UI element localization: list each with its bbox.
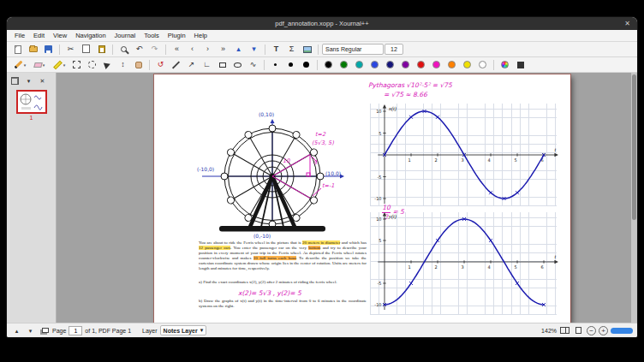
menu-item-help[interactable]: Help	[190, 32, 212, 39]
menu-item-tools[interactable]: Tools	[140, 32, 164, 39]
previous-page-button[interactable]: ‹	[185, 43, 200, 56]
vertical-scrollbar[interactable]	[631, 73, 637, 323]
rectangle-tool-button[interactable]	[215, 58, 230, 71]
single-page-view-button[interactable]	[573, 325, 584, 335]
color-button-red[interactable]	[414, 58, 428, 71]
text-tool-button[interactable]: T	[269, 43, 283, 56]
paste-button[interactable]	[94, 43, 109, 56]
thickness-fine-button[interactable]	[268, 58, 283, 71]
save-button[interactable]	[41, 43, 56, 56]
color-button-blue[interactable]	[367, 58, 382, 71]
dual-page-view-button[interactable]	[559, 325, 570, 335]
previous-annotated-page-button[interactable]: ▴	[231, 43, 246, 56]
color-button-black[interactable]	[321, 58, 336, 71]
select-object-tool-button[interactable]	[100, 58, 115, 71]
menu-item-view[interactable]: View	[49, 32, 71, 39]
toolbar-separator	[149, 60, 150, 70]
zoom-slider[interactable]	[611, 328, 633, 334]
menu-item-file[interactable]: File	[10, 32, 29, 39]
page-number-input[interactable]	[69, 326, 82, 335]
first-page-button[interactable]: «	[170, 43, 184, 56]
color-picker-button[interactable]	[498, 58, 512, 71]
color-swatch-white-icon	[479, 61, 486, 68]
axis-label-10-0: (10,0)	[325, 170, 341, 176]
ruler-tool-button[interactable]	[169, 58, 183, 71]
thickness-thick-button[interactable]	[299, 58, 313, 71]
canvas[interactable]: (0,10) (-10,0) (10,0) (0,-10) t=2 (5√3, …	[57, 73, 637, 323]
toolbar-separator	[264, 60, 265, 70]
arrow-shape-icon: ↗	[188, 61, 195, 68]
toolbar-main: ✂ ↶ ↷ « ‹ › » ▴ ▾ T Σ Sans Regular 12	[7, 42, 637, 57]
svg-text:3: 3	[461, 264, 463, 270]
scroll-down-button[interactable]: ▾	[25, 325, 36, 335]
tex-tool-button[interactable]: Σ	[284, 43, 299, 56]
new-file-button[interactable]	[10, 43, 25, 56]
color-button-navy[interactable]	[383, 58, 397, 71]
font-name-select[interactable]: Sans Regular	[322, 44, 384, 55]
fill-toggle-button[interactable]	[513, 58, 528, 71]
sidebar-collapse-button[interactable]: ▾	[23, 75, 34, 86]
sidebar-close-button[interactable]: ✕	[37, 75, 48, 86]
graph-x-of-t: 123456105-5-10x(t)t	[370, 104, 557, 206]
zoom-out-button[interactable]: −	[587, 326, 596, 335]
search-icon	[121, 46, 127, 52]
pdf-page[interactable]: (0,10) (-10,0) (10,0) (0,-10) t=2 (5√3, …	[154, 74, 570, 323]
eraser-icon	[33, 62, 43, 68]
svg-text:t: t	[554, 146, 556, 152]
arrow-tool-button[interactable]: ↗	[184, 58, 199, 71]
scroll-up-button[interactable]: ▴	[11, 325, 22, 335]
undo-button[interactable]: ↶	[132, 43, 146, 56]
cut-button[interactable]: ✂	[63, 43, 78, 56]
color-button-purple[interactable]	[398, 58, 413, 71]
page-info: of 1, PDF Page 1	[85, 328, 131, 334]
hand-tool-button[interactable]	[131, 58, 146, 71]
color-swatch-green-icon	[340, 61, 348, 68]
ink-fraction-numerator: 10	[382, 205, 391, 211]
problem-paragraph: You are about to ride the Ferris wheel i…	[199, 240, 367, 271]
next-page-button[interactable]: ›	[200, 43, 215, 56]
shape-recognizer-button[interactable]: ↺	[153, 58, 168, 71]
color-button-magenta[interactable]	[429, 58, 444, 71]
search-button[interactable]	[116, 43, 131, 56]
insert-image-button[interactable]	[300, 43, 314, 56]
menu-item-navigation[interactable]: Navigation	[71, 32, 110, 39]
layer-sidebar-button[interactable]	[39, 325, 50, 335]
last-page-button[interactable]: »	[216, 43, 230, 56]
spline-tool-button[interactable]: ∿	[246, 58, 260, 71]
graph-y-of-t: 123456105-5-10y(t)t	[370, 212, 557, 315]
page-thumbnail[interactable]	[16, 90, 47, 114]
open-file-button[interactable]	[26, 43, 40, 56]
menu-item-plugin[interactable]: Plugin	[164, 32, 190, 39]
select-rect-tool-button[interactable]	[69, 58, 84, 71]
color-button-yellow[interactable]	[460, 58, 474, 71]
vertical-space-tool-button[interactable]: ↕	[116, 58, 130, 71]
layer-select[interactable]: Notes Layer ▾	[160, 325, 207, 335]
color-button-orange[interactable]	[444, 58, 459, 71]
ellipse-tool-button[interactable]	[230, 58, 245, 71]
svg-text:2: 2	[434, 157, 437, 163]
menu-item-journal[interactable]: Journal	[110, 32, 140, 39]
pen-tool-button[interactable]: ▾	[10, 58, 29, 71]
vertical-space-icon: ↕	[121, 61, 125, 68]
copy-button[interactable]	[79, 43, 93, 56]
next-annotated-page-button[interactable]: ▾	[247, 43, 261, 56]
color-button-green[interactable]	[337, 58, 351, 71]
toolbar-separator	[112, 45, 113, 55]
thickness-medium-button[interactable]	[283, 58, 298, 71]
highlighter-tool-button[interactable]: ▾	[50, 58, 69, 71]
color-button-white[interactable]	[475, 58, 490, 71]
redo-button[interactable]: ↷	[147, 43, 162, 56]
sidebar-preview-tab-button[interactable]	[9, 75, 21, 86]
coordinate-system-tool-button[interactable]: ∟	[200, 58, 214, 71]
vertical-scrollbar-thumb[interactable]	[632, 74, 636, 220]
next-page-icon: ›	[206, 45, 209, 53]
eraser-tool-button[interactable]: ▾	[30, 58, 49, 71]
zoom-in-button[interactable]: +	[599, 326, 608, 335]
color-button-teal[interactable]	[352, 58, 367, 71]
window-close-button[interactable]: ✕	[623, 19, 632, 28]
font-size-select[interactable]: 12	[385, 44, 403, 55]
menu-item-edit[interactable]: Edit	[29, 32, 49, 39]
svg-text:4: 4	[487, 157, 490, 163]
select-region-tool-button[interactable]	[85, 58, 99, 71]
zoom-group: 142% − +	[541, 325, 633, 335]
